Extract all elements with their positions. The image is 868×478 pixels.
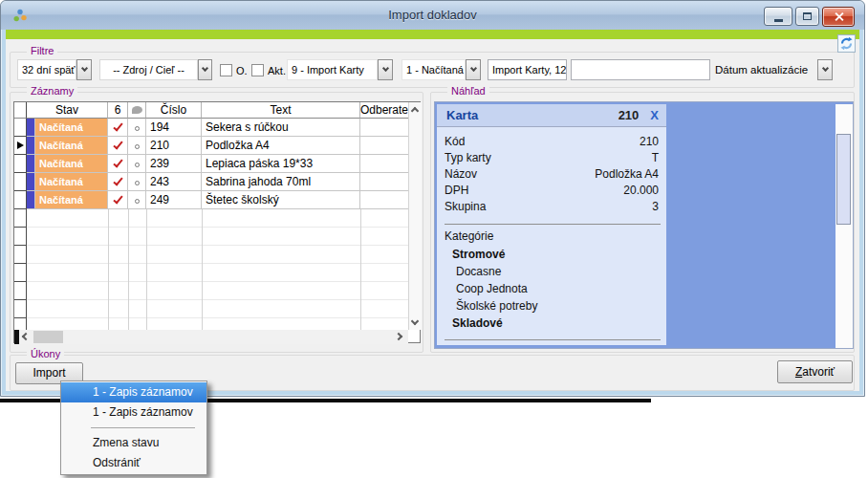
- field-label: DPH: [445, 183, 468, 198]
- checkmark-icon: [113, 121, 122, 132]
- balloon-icon: [132, 106, 142, 114]
- preview-field: Názov Podložka A4: [445, 166, 659, 182]
- actions-label: Úkony: [27, 348, 64, 359]
- card-title: Karta: [437, 108, 618, 122]
- close-button-label: atvoriť: [802, 365, 835, 379]
- scrollbar-corner-block: [14, 330, 19, 344]
- column-header-text[interactable]: Text: [202, 102, 360, 119]
- import-type-dropdown-button[interactable]: [378, 59, 393, 80]
- column-header-selector: [14, 102, 27, 119]
- row-selector-current[interactable]: [14, 137, 27, 155]
- preview-field: DPH 20.000: [445, 183, 659, 198]
- close-icon: [834, 11, 844, 22]
- grid-selector-empty: [14, 209, 27, 330]
- status-select[interactable]: 1 - Načítaná: [401, 59, 466, 80]
- title-bar[interactable]: Import dokladov: [1, 1, 864, 30]
- column-header-six[interactable]: 6: [108, 102, 128, 119]
- refresh-button[interactable]: [837, 34, 856, 53]
- empty-filter-field[interactable]: [571, 59, 710, 80]
- checkbox-o-label: O.: [236, 65, 248, 76]
- card-close-button[interactable]: X: [650, 108, 659, 122]
- horizontal-scroll-thumb[interactable]: [33, 331, 63, 343]
- row-check-cell: [108, 173, 128, 191]
- row-odberatel: [360, 173, 408, 191]
- maximize-button[interactable]: [795, 7, 819, 26]
- menu-item-zmena-stavu[interactable]: Zmena stavu: [61, 433, 206, 453]
- column-header-odberatel[interactable]: Odberateľ: [360, 102, 408, 119]
- source-target-dropdown-button[interactable]: [198, 59, 212, 80]
- close-dialog-button[interactable]: Zatvoriť: [777, 360, 853, 383]
- field-value: Podložka A4: [595, 166, 659, 182]
- row-odberatel: [360, 191, 408, 209]
- grid-line: [202, 209, 203, 330]
- menu-item-zapis-zaznamov-1[interactable]: 1 - Zapis záznamov: [61, 382, 206, 402]
- preview-card: Karta 210 X Kód 210 Typ karty T Názov: [437, 104, 666, 345]
- records-label: Záznamy: [27, 85, 77, 97]
- records-table: Stav 6 Číslo Text Odberateľ Načítaná 194…: [13, 101, 421, 343]
- preview-field: Typ karty T: [445, 150, 659, 165]
- dot-icon: [135, 126, 140, 131]
- row-indicator: [27, 119, 35, 137]
- menu-item-odstranit[interactable]: Odstrániť: [61, 453, 206, 473]
- column-header-stav[interactable]: Stav: [27, 102, 108, 119]
- menu-item-zapis-zaznamov-2[interactable]: 1 - Zapis záznamov: [61, 402, 206, 423]
- row-number: 210: [146, 137, 202, 155]
- date-update-dropdown-button[interactable]: [817, 59, 833, 80]
- row-odberatel: [360, 155, 408, 173]
- checkbox-akt[interactable]: [251, 64, 264, 76]
- checkmark-icon: [113, 140, 122, 150]
- row-odberatel: [360, 137, 408, 155]
- field-label: Skupina: [445, 199, 486, 214]
- checkbox-o[interactable]: [220, 64, 232, 76]
- import-karty-field[interactable]: Import Karty, 12: [488, 59, 567, 80]
- close-window-button[interactable]: [822, 7, 855, 27]
- scroll-right-icon[interactable]: [395, 333, 402, 340]
- row-number: 194: [146, 119, 202, 137]
- grid-line: [128, 209, 129, 330]
- field-label: Kód: [445, 134, 465, 149]
- row-check-cell: [108, 137, 128, 155]
- field-value: 20.000: [623, 183, 659, 198]
- scroll-up-icon[interactable]: [411, 107, 419, 115]
- import-type-select[interactable]: 9 - Import Karty: [287, 59, 378, 80]
- filters-label: Filtre: [27, 45, 57, 56]
- category-item: Skladové: [452, 316, 503, 330]
- row-check-cell: [108, 155, 128, 173]
- field-value: 210: [640, 134, 659, 149]
- preview-scroll-thumb[interactable]: [836, 134, 851, 225]
- column-header-note[interactable]: [128, 102, 146, 119]
- days-back-select[interactable]: 32 dní späť: [17, 59, 76, 80]
- green-status-bar: [6, 30, 859, 39]
- scroll-left-icon[interactable]: [22, 333, 30, 340]
- minimize-button[interactable]: [764, 7, 792, 26]
- column-header-cislo[interactable]: Číslo: [146, 102, 202, 119]
- category-item: Docasne: [456, 265, 501, 278]
- row-selector[interactable]: [14, 119, 27, 137]
- table-vertical-scrollbar[interactable]: [408, 102, 422, 330]
- preview-scrollbar[interactable]: [835, 104, 853, 348]
- status-dropdown-button[interactable]: [466, 59, 481, 80]
- page: Import dokladov Filtre 32 dní späť -- Zd…: [0, 0, 868, 478]
- days-back-dropdown-button[interactable]: [76, 59, 92, 80]
- menu-separator: [91, 427, 195, 428]
- divider: [445, 224, 661, 225]
- date-update-label: Dátum aktualizácie: [715, 64, 808, 76]
- row-selector[interactable]: [14, 155, 27, 173]
- grid-line: [146, 209, 147, 330]
- checkmark-icon: [113, 176, 122, 186]
- row-text: Podložka A4: [202, 137, 360, 155]
- preview-field: Kód 210: [445, 134, 659, 149]
- dot-icon: [135, 163, 140, 167]
- row-selector[interactable]: [14, 173, 27, 191]
- window: Import dokladov Filtre 32 dní späť -- Zd…: [0, 0, 865, 397]
- row-odberatel: [360, 119, 408, 137]
- refresh-icon: [839, 36, 854, 51]
- current-row-marker-icon: [17, 141, 24, 149]
- scroll-down-icon[interactable]: [411, 317, 419, 325]
- checkmark-icon: [113, 194, 122, 205]
- source-target-select[interactable]: -- Zdroj / Cieľ --: [99, 59, 198, 80]
- table-horizontal-scrollbar[interactable]: [14, 330, 408, 344]
- row-selector[interactable]: [14, 191, 27, 209]
- chevron-down-icon: [381, 65, 388, 72]
- row-number: 249: [146, 191, 202, 209]
